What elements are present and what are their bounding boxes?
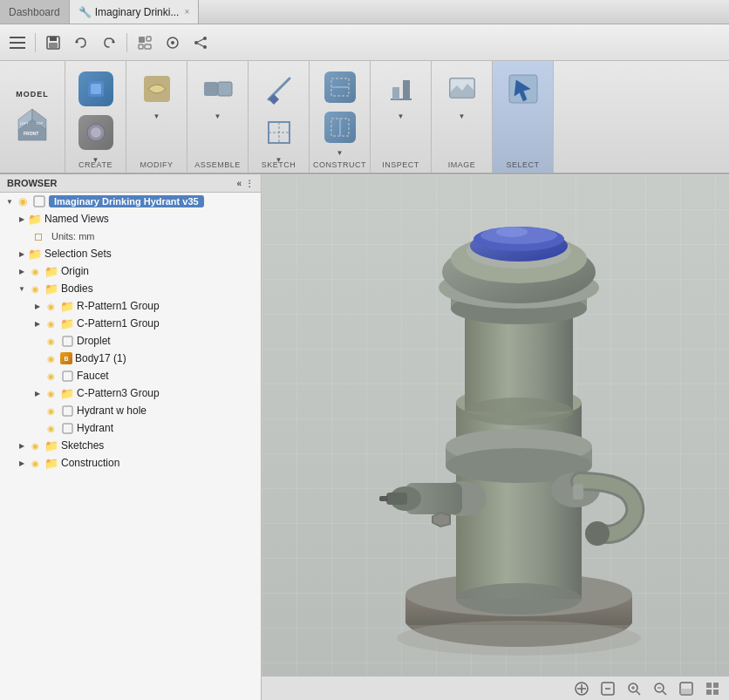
undo-button[interactable] — [69, 31, 93, 55]
view-button[interactable] — [133, 31, 157, 55]
svg-point-72 — [465, 398, 573, 425]
tree-item-c-pattern3[interactable]: ▶ ◉ 📁 C-Pattern3 Group — [0, 384, 261, 402]
construction-toggle[interactable]: ▶ — [16, 457, 28, 469]
tree-item-hydrant-w-hole[interactable]: ◉ Hydrant w hole — [0, 402, 261, 419]
modify-expand-arrow[interactable]: ▼ — [153, 112, 160, 120]
body17-eye-icon: ◉ — [44, 351, 58, 365]
tree-item-droplet[interactable]: ◉ Droplet — [0, 332, 261, 350]
redo-button[interactable] — [97, 31, 121, 55]
hydrant-w-hole-label: Hydrant w hole — [77, 404, 146, 417]
assemble-button[interactable] — [195, 68, 241, 110]
viewport[interactable] — [262, 174, 729, 700]
svg-rect-99 — [706, 683, 712, 688]
tree-item-c-pattern1[interactable]: ▶ ◉ 📁 C-Pattern1 Group — [0, 315, 261, 332]
construct-expand-arrow[interactable]: ▼ — [337, 149, 344, 157]
status-icon-5[interactable] — [703, 679, 722, 698]
svg-rect-11 — [145, 44, 151, 49]
tree-item-faucet[interactable]: ◉ Faucet — [0, 367, 261, 384]
status-icon-2[interactable] — [598, 679, 617, 698]
inspect-label: INSPECT — [382, 160, 419, 169]
tree-item-origin[interactable]: ▶ ◉ 📁 Origin — [0, 262, 261, 280]
tree-root-item[interactable]: ▼ ◉ Imaginary Drinking Hydrant v35 — [0, 193, 261, 210]
svg-line-18 — [196, 43, 205, 47]
svg-rect-63 — [386, 493, 407, 505]
r-pattern1-eye-icon: ◉ — [44, 299, 58, 313]
grid-button[interactable] — [160, 31, 185, 55]
bodies-toggle[interactable]: ▼ — [16, 282, 28, 295]
create-solid-button[interactable] — [73, 68, 119, 110]
image-expand-arrow[interactable]: ▼ — [459, 112, 466, 120]
viewport-background — [262, 174, 729, 700]
svg-line-17 — [196, 38, 205, 43]
zoom-search-icon[interactable] — [624, 679, 644, 698]
body17-toggle — [31, 352, 44, 364]
selection-sets-toggle[interactable]: ▶ — [16, 248, 28, 260]
c-pattern3-toggle[interactable]: ▶ — [31, 387, 44, 399]
create-surface-button[interactable] — [73, 112, 119, 153]
tree-item-bodies[interactable]: ▼ ◉ 📁 Bodies — [0, 280, 261, 297]
svg-rect-9 — [146, 37, 151, 41]
svg-rect-2 — [10, 47, 25, 49]
tree-item-hydrant[interactable]: ◉ Hydrant — [0, 419, 261, 437]
root-item-label: Imaginary Drinking Hydrant v35 — [49, 195, 204, 207]
status-icon-4[interactable] — [677, 679, 696, 698]
tree-item-body17[interactable]: ◉ B Body17 (1) — [0, 350, 261, 367]
sketch-button-2[interactable] — [256, 112, 302, 153]
faucet-label: Faucet — [77, 370, 109, 382]
tree-item-r-pattern1[interactable]: ▶ ◉ 📁 R-Pattern1 Group — [0, 297, 261, 315]
svg-rect-67 — [573, 484, 583, 500]
tab-active[interactable]: 🔧 Imaginary Drinki... × — [70, 0, 200, 24]
tab-close-button[interactable]: × — [184, 7, 189, 17]
assemble-expand-arrow[interactable]: ▼ — [215, 112, 221, 120]
root-toggle[interactable]: ▼ — [3, 195, 16, 207]
status-icon-1[interactable] — [572, 679, 591, 698]
construct-button-2[interactable] — [319, 108, 361, 146]
construct-button-1[interactable] — [319, 68, 361, 106]
main-toolbar — [0, 24, 729, 61]
ribbon-group-construct: ▼ CONSTRUCT — [310, 61, 371, 173]
svg-point-84 — [397, 621, 641, 656]
save-button[interactable] — [41, 31, 65, 55]
origin-folder-icon: 📁 — [44, 264, 58, 278]
inspect-expand-arrow[interactable]: ▼ — [398, 112, 405, 120]
droplet-label: Droplet — [77, 335, 111, 347]
orientation-cube[interactable]: FRONT LEFT TOP — [11, 102, 53, 144]
sketch-button-1[interactable] — [256, 68, 302, 110]
select-button[interactable] — [501, 68, 546, 110]
tab-dashboard-label: Dashboard — [9, 6, 60, 18]
browser-panel: BROWSER « ⋮ ▼ ◉ Imaginary Drinking Hydra… — [0, 174, 262, 700]
ribbon-group-modify: ▼ MODIFY — [126, 61, 187, 173]
image-button[interactable] — [439, 68, 485, 110]
faucet-body-icon — [60, 369, 74, 383]
svg-rect-102 — [713, 690, 719, 695]
origin-toggle[interactable]: ▶ — [16, 265, 28, 277]
modify-button[interactable] — [134, 68, 180, 110]
tree-item-named-views[interactable]: ▶ 📁 Named Views — [0, 210, 261, 228]
c-pattern1-toggle[interactable]: ▶ — [31, 317, 44, 330]
c-pattern3-folder-icon: 📁 — [60, 386, 74, 400]
tree-item-selection-sets[interactable]: ▶ 📁 Selection Sets — [0, 245, 261, 262]
status-icon-3[interactable] — [651, 679, 670, 698]
browser-options-button[interactable]: ⋮ — [245, 179, 254, 188]
named-views-toggle[interactable]: ▶ — [16, 213, 28, 225]
inspect-button[interactable] — [378, 68, 424, 110]
svg-rect-46 — [34, 196, 44, 207]
tree-item-construction[interactable]: ▶ ◉ 📁 Construction — [0, 454, 261, 472]
named-views-label: Named Views — [44, 213, 109, 225]
selection-sets-label: Selection Sets — [44, 248, 112, 260]
statusbar — [262, 676, 729, 700]
r-pattern1-toggle[interactable]: ▶ — [31, 300, 44, 312]
create-label: CREATE — [78, 160, 112, 169]
svg-line-95 — [663, 691, 666, 695]
origin-eye-icon: ◉ — [28, 264, 42, 278]
sketches-toggle[interactable]: ▶ — [16, 439, 28, 452]
share-button[interactable] — [188, 31, 213, 55]
menu-button[interactable] — [5, 31, 30, 55]
bodies-folder-icon: 📁 — [44, 282, 58, 296]
tab-dashboard[interactable]: Dashboard — [0, 0, 70, 24]
svg-rect-10 — [139, 44, 143, 49]
svg-rect-48 — [63, 371, 72, 381]
tree-item-sketches[interactable]: ▶ ◉ 📁 Sketches — [0, 437, 261, 454]
browser-collapse-button[interactable]: « — [236, 179, 242, 188]
construct-label: CONSTRUCT — [313, 160, 366, 169]
